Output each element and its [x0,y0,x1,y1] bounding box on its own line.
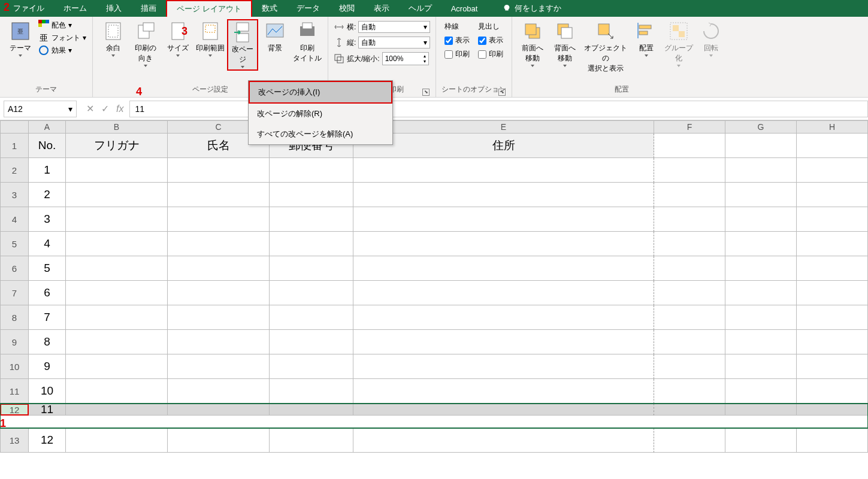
height-select[interactable]: 自動▾ [358,37,430,48]
cell[interactable] [654,183,725,207]
cell[interactable]: 住所 [353,134,654,158]
cell[interactable] [654,134,725,158]
cell[interactable] [654,428,725,453]
cell[interactable] [797,183,868,207]
cell[interactable] [725,379,797,404]
cell[interactable] [270,183,353,207]
row-header[interactable]: 2 [0,158,29,183]
cell[interactable]: 2 [29,183,66,207]
colors-button[interactable]: 配色 ▾ [37,19,87,31]
cell[interactable]: 1 [29,158,66,183]
row-header[interactable]: 11 [0,379,29,404]
cell[interactable] [654,330,725,354]
cell[interactable] [66,305,168,330]
row-header[interactable]: 6 [0,256,29,281]
cell[interactable]: 8 [29,330,66,354]
cell[interactable] [270,256,353,281]
cell[interactable] [725,354,797,379]
cell[interactable] [168,281,270,305]
cell[interactable] [797,281,868,305]
cell[interactable] [168,379,270,404]
col-header-F[interactable]: F [654,120,725,134]
row-header[interactable]: 7 [0,281,29,305]
row-header[interactable]: 12 [0,404,29,416]
row-header[interactable]: 5 [0,232,29,256]
cell[interactable] [66,158,168,183]
scale-spinner[interactable]: 100%▴▾ [382,52,429,65]
cell[interactable] [270,207,353,232]
bring-forward-button[interactable]: 前面へ 移動 [517,19,548,68]
tell-me[interactable]: 何をしますか [493,1,571,16]
col-header-A[interactable]: A [29,120,66,134]
cell[interactable] [353,379,654,404]
cell[interactable] [168,428,270,453]
send-backward-button[interactable]: 背面へ 移動 [549,19,580,68]
cell[interactable] [66,281,168,305]
cell[interactable] [353,428,654,453]
cell[interactable]: 12 [29,428,66,453]
cell[interactable] [270,305,353,330]
cell[interactable] [66,404,168,416]
themes-button[interactable]: 亜 テーマ [5,19,36,58]
cancel-icon[interactable]: ✕ [86,103,94,114]
cell[interactable] [654,232,725,256]
cell[interactable] [654,158,725,183]
cell[interactable] [353,232,654,256]
cell[interactable]: 9 [29,354,66,379]
cell[interactable] [66,207,168,232]
margins-button[interactable]: 余白 [98,19,129,58]
remove-break-item[interactable]: 改ページの解除(R) [249,104,392,124]
tab-file[interactable]: ファイル [4,1,54,16]
fx-icon[interactable]: fx [116,104,123,114]
cell[interactable] [797,207,868,232]
tab-help[interactable]: ヘルプ [399,1,441,16]
tab-formulas[interactable]: 数式 [252,1,287,16]
cell[interactable] [353,330,654,354]
cell[interactable] [725,232,797,256]
reset-breaks-item[interactable]: すべての改ページを解除(A) [249,124,392,144]
cell[interactable] [270,281,353,305]
name-box[interactable]: A12▾ [4,101,77,117]
cell[interactable] [168,232,270,256]
cell[interactable] [797,232,868,256]
cell[interactable] [797,428,868,453]
align-button[interactable]: 配置 [631,19,662,58]
enter-icon[interactable]: ✓ [101,103,109,114]
cell[interactable] [654,354,725,379]
cell[interactable] [270,232,353,256]
tab-draw[interactable]: 描画 [131,1,166,16]
cell[interactable]: 6 [29,281,66,305]
tab-home[interactable]: ホーム [54,1,96,16]
cell[interactable] [654,256,725,281]
cell[interactable] [654,305,725,330]
tab-review[interactable]: 校閲 [329,1,364,16]
cell[interactable] [168,305,270,330]
cell[interactable] [654,281,725,305]
tab-page-layout[interactable]: ページ レイアウト [166,0,252,17]
formula-input[interactable]: 11 [129,101,868,117]
cell[interactable]: 4 [29,232,66,256]
cell[interactable] [66,379,168,404]
cell[interactable] [168,354,270,379]
width-select[interactable]: 自動▾ [358,21,430,33]
row-header[interactable]: 4 [0,207,29,232]
cell[interactable] [168,158,270,183]
tab-acrobat[interactable]: Acrobat [441,2,488,16]
cell[interactable] [725,256,797,281]
row-header[interactable]: 1 [0,134,29,158]
cell[interactable] [725,428,797,453]
selection-pane-button[interactable]: オブジェクトの 選択と表示 [582,19,630,75]
cell[interactable] [353,404,654,416]
cell[interactable] [270,428,353,453]
cell[interactable] [725,158,797,183]
print-titles-button[interactable]: 印刷 タイトル [292,19,323,65]
cell[interactable] [725,207,797,232]
cell[interactable]: 11 [29,404,66,416]
group-button[interactable]: グループ化 [663,19,694,68]
row-header[interactable]: 10 [0,354,29,379]
cell[interactable]: No. [29,134,66,158]
cell[interactable] [797,158,868,183]
cell[interactable] [797,379,868,404]
cell[interactable] [654,404,725,416]
orientation-button[interactable]: 印刷の 向き [130,19,161,68]
